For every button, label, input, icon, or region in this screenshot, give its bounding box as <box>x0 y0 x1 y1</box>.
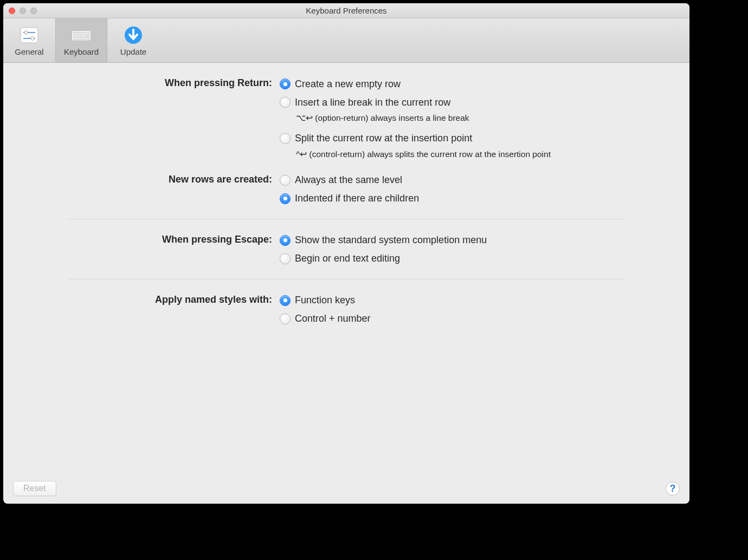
toolbar-tab-label: Keyboard <box>64 47 99 56</box>
radio-label: Show the standard system completion menu <box>295 235 487 246</box>
radio-return-new-row[interactable]: Create a new empty row <box>280 76 624 92</box>
download-arrow-icon <box>122 24 144 46</box>
divider <box>68 279 624 279</box>
svg-rect-18 <box>79 34 80 36</box>
svg-rect-17 <box>77 34 79 36</box>
close-button[interactable] <box>9 8 15 14</box>
radio-icon <box>280 253 291 264</box>
content: When pressing Return: Create a new empty… <box>3 63 689 504</box>
radio-styles-control-number[interactable]: Control + number <box>280 311 624 327</box>
radio-icon <box>280 133 291 144</box>
radio-icon <box>280 295 291 306</box>
radio-icon <box>280 314 291 324</box>
radio-label: Insert a line break in the current row <box>295 97 450 108</box>
divider <box>68 219 624 219</box>
svg-rect-15 <box>73 34 75 36</box>
svg-rect-25 <box>78 37 79 38</box>
radio-icon <box>280 175 291 186</box>
section-label: New rows are created: <box>68 172 280 209</box>
radio-label: Begin or end text editing <box>295 253 400 264</box>
preferences-window: Keyboard Preferences General <box>3 3 689 504</box>
svg-rect-31 <box>75 39 77 40</box>
svg-rect-26 <box>80 37 81 38</box>
svg-rect-20 <box>82 34 84 36</box>
keyboard-icon <box>70 24 92 46</box>
section-return: When pressing Return: Create a new empty… <box>68 76 624 167</box>
radio-return-line-break[interactable]: Insert a line break in the current row <box>280 94 624 110</box>
radio-icon <box>280 97 291 108</box>
svg-rect-16 <box>75 34 76 36</box>
section-escape: When pressing Escape: Show the standard … <box>68 232 624 269</box>
svg-rect-24 <box>76 37 78 38</box>
footer: Reset ? <box>13 481 680 496</box>
toolbar-tab-label: Update <box>120 47 146 56</box>
toolbar-tab-keyboard[interactable]: Keyboard <box>55 18 107 62</box>
section-label: When pressing Return: <box>68 76 280 167</box>
svg-rect-8 <box>77 32 79 33</box>
svg-rect-19 <box>80 34 82 36</box>
radio-label: Create a new empty row <box>295 79 401 90</box>
svg-rect-32 <box>78 39 85 40</box>
svg-point-4 <box>31 37 34 40</box>
help-button[interactable]: ? <box>666 481 680 496</box>
svg-rect-21 <box>84 34 86 36</box>
svg-rect-33 <box>86 39 87 40</box>
svg-rect-28 <box>83 37 85 38</box>
zoom-button[interactable] <box>30 8 37 14</box>
traffic-lights <box>9 8 37 14</box>
svg-rect-30 <box>73 39 75 40</box>
window-title: Keyboard Preferences <box>9 6 684 15</box>
radio-icon <box>280 235 291 246</box>
radio-label: Function keys <box>295 295 355 306</box>
section-label: When pressing Escape: <box>68 232 280 269</box>
svg-rect-13 <box>86 32 87 33</box>
svg-rect-14 <box>88 32 89 33</box>
section-styles: Apply named styles with: Function keys C… <box>68 292 624 329</box>
minimize-button[interactable] <box>20 8 26 14</box>
svg-point-2 <box>24 31 28 34</box>
svg-rect-0 <box>21 28 38 43</box>
toolbar-tab-update[interactable]: Update <box>107 18 159 62</box>
toolbar-tab-label: General <box>15 47 43 56</box>
radio-label: Always at the same level <box>295 174 402 186</box>
radio-label: Indented if there are children <box>295 193 419 204</box>
radio-return-split[interactable]: Split the current row at the insertion p… <box>280 131 624 147</box>
svg-rect-6 <box>73 32 75 33</box>
section-label: Apply named styles with: <box>68 292 280 329</box>
svg-rect-10 <box>80 32 82 33</box>
svg-rect-7 <box>75 32 76 33</box>
section-new-rows: New rows are created: Always at the same… <box>68 172 624 209</box>
sliders-icon <box>18 24 40 46</box>
svg-rect-23 <box>73 37 75 38</box>
radio-styles-function-keys[interactable]: Function keys <box>280 292 624 309</box>
hint-text: ^↩︎ (control-return) always splits the c… <box>296 149 599 160</box>
radio-new-rows-same-level[interactable]: Always at the same level <box>280 172 624 188</box>
radio-escape-editing[interactable]: Begin or end text editing <box>280 251 624 267</box>
reset-button[interactable]: Reset <box>13 481 56 496</box>
titlebar: Keyboard Preferences <box>3 3 689 18</box>
toolbar-tab-general[interactable]: General <box>3 18 55 62</box>
svg-rect-29 <box>85 37 89 38</box>
toolbar: General Keyboard <box>3 18 689 63</box>
svg-rect-34 <box>88 39 89 40</box>
svg-rect-12 <box>84 32 86 33</box>
svg-rect-11 <box>82 32 84 33</box>
radio-icon <box>280 79 291 89</box>
radio-label: Control + number <box>295 313 371 324</box>
radio-icon <box>280 193 291 204</box>
radio-label: Split the current row at the insertion p… <box>295 133 472 144</box>
svg-rect-27 <box>81 37 83 38</box>
hint-text: ⌥↩︎ (option-return) always inserts a lin… <box>296 113 599 124</box>
svg-rect-9 <box>79 32 80 33</box>
radio-new-rows-indented[interactable]: Indented if there are children <box>280 191 624 207</box>
radio-escape-completion[interactable]: Show the standard system completion menu <box>280 232 624 249</box>
svg-rect-22 <box>86 34 89 36</box>
